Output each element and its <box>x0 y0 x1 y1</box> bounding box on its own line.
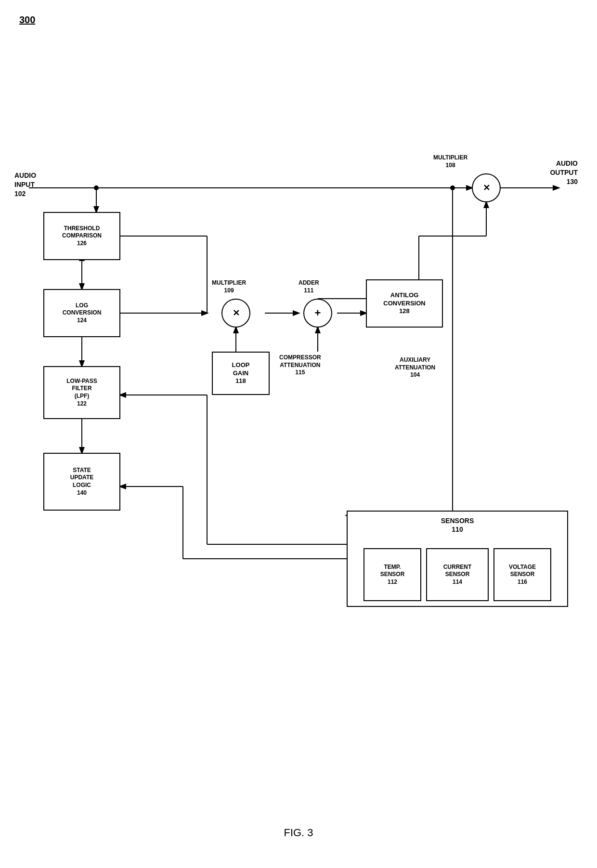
current-sensor-box: CURRENT SENSOR 114 <box>426 548 489 601</box>
adder-111-label: ADDER 111 <box>298 279 319 294</box>
page-ref: 300 <box>19 14 35 26</box>
voltage-sensor-box: VOLTAGE SENSOR 116 <box>493 548 551 601</box>
temp-sensor-box: TEMP. SENSOR 112 <box>363 548 421 601</box>
lpf-box: LOW-PASS FILTER (LPF) 122 <box>43 366 120 419</box>
figure-number: FIG. 3 <box>284 827 313 839</box>
audio-input-label: AUDIO INPUT 102 <box>14 171 36 198</box>
sensors-outer-box: SENSORS 110 TEMP. SENSOR 112 CURRENT SEN… <box>347 511 568 607</box>
diagram-lines <box>0 0 597 868</box>
svg-point-3 <box>450 185 455 190</box>
multiplier-109-label: MULTIPLIER 109 <box>212 279 246 294</box>
log-conversion-box: LOG CONVERSION 124 <box>43 289 120 337</box>
multiplier-109-symbol: ✕ <box>221 299 250 328</box>
antilog-conversion-box: ANTILOG CONVERSION 128 <box>366 279 443 328</box>
multiplier-108-symbol: ✕ <box>472 173 501 202</box>
adder-111-symbol: + <box>303 299 332 328</box>
svg-point-6 <box>94 185 99 190</box>
loop-gain-box: LOOP GAIN 118 <box>212 352 270 395</box>
diagram-container: 300 <box>0 0 597 868</box>
state-update-logic-box: STATE UPDATE LOGIC 140 <box>43 453 120 511</box>
multiplier-108-label: MULTIPLIER 108 <box>433 154 467 169</box>
auxiliary-attenuation-label: AUXILIARY ATTENUATION 104 <box>395 356 435 379</box>
threshold-comparison-box: THRESHOLD COMPARISON 126 <box>43 212 120 260</box>
compressor-attenuation-label: COMPRESSOR ATTENUATION 115 <box>279 354 321 377</box>
audio-output-label: AUDIO OUTPUT 130 <box>550 159 578 186</box>
